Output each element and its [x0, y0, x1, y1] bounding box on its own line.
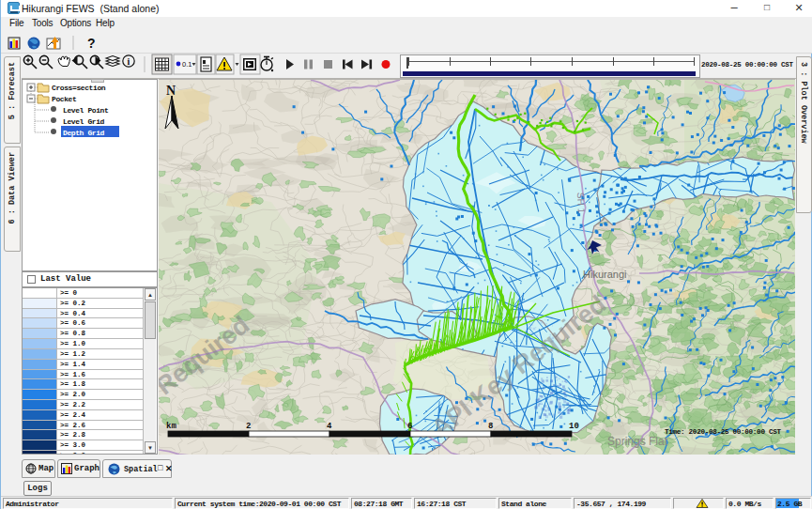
svg-text:0.1: 0.1 [182, 60, 192, 69]
svg-text:Springs Flat: Springs Flat [607, 435, 668, 448]
svg-text:Level Grid: Level Grid [63, 117, 105, 126]
svg-text:Cross=section: Cross=section [52, 84, 106, 92]
svg-text:8: 8 [488, 422, 493, 431]
svg-text:4: 4 [327, 422, 332, 431]
svg-text:6: 6 [407, 422, 412, 431]
svg-text:km: km [166, 422, 176, 431]
svg-text:Time: 2020-08-25 00:00:00 CST: Time: 2020-08-25 00:00:00 CST [665, 428, 781, 436]
svg-text:i: i [128, 56, 130, 67]
svg-text:Depth Grid: Depth Grid [63, 129, 105, 137]
svg-text:N: N [166, 84, 176, 98]
svg-text:2: 2 [246, 422, 251, 431]
svg-text:Pocket: Pocket [52, 95, 77, 103]
svg-text:SH 1: SH 1 [575, 193, 587, 214]
svg-text:Level Point: Level Point [63, 106, 109, 115]
svg-text:10: 10 [569, 422, 579, 431]
svg-text:Hikurangi: Hikurangi [583, 269, 626, 280]
svg-text:?: ? [87, 36, 96, 51]
